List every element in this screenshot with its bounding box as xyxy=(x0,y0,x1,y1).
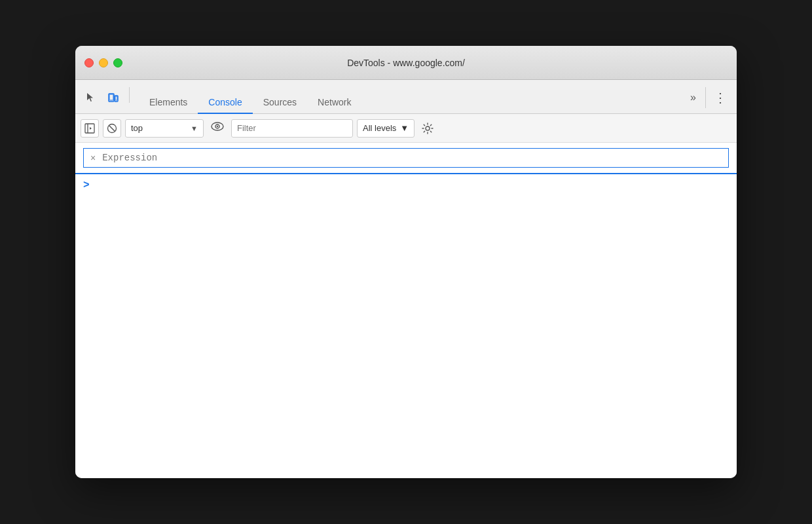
console-toolbar: top ▼ All levels ▼ xyxy=(75,114,737,143)
tab-bar-right: » ⋮ xyxy=(686,87,730,108)
more-tabs-button[interactable]: » xyxy=(686,89,700,106)
context-dropdown-arrow: ▼ xyxy=(191,124,198,132)
console-prompt-line[interactable]: > xyxy=(83,179,729,191)
tab-bar-tools xyxy=(82,87,132,108)
show-console-sidebar-button[interactable] xyxy=(81,119,99,138)
levels-label: All levels xyxy=(363,123,396,133)
right-separator xyxy=(705,87,706,108)
expression-box: × xyxy=(83,148,729,168)
live-expressions-button[interactable] xyxy=(208,121,227,135)
clear-console-button[interactable] xyxy=(103,119,121,138)
filter-input[interactable] xyxy=(237,123,347,133)
svg-rect-1 xyxy=(109,94,113,100)
expression-input[interactable] xyxy=(102,153,722,163)
svg-marker-6 xyxy=(90,127,92,130)
tab-elements[interactable]: Elements xyxy=(139,92,198,114)
console-output[interactable]: > xyxy=(75,174,737,478)
tab-network[interactable]: Network xyxy=(307,92,361,114)
tabs: Elements Console Sources Network xyxy=(139,92,361,113)
filter-wrapper[interactable] xyxy=(231,119,353,138)
devtools-window: DevTools - www.google.com/ E xyxy=(75,46,737,478)
devtools-menu-button[interactable]: ⋮ xyxy=(711,91,730,104)
svg-point-12 xyxy=(426,126,430,130)
svg-rect-3 xyxy=(115,96,117,100)
prompt-symbol: > xyxy=(83,179,90,191)
close-button[interactable] xyxy=(84,58,94,67)
device-mode-button[interactable] xyxy=(104,88,122,107)
settings-button[interactable] xyxy=(418,119,437,138)
levels-arrow: ▼ xyxy=(400,123,409,133)
log-levels-button[interactable]: All levels ▼ xyxy=(357,119,415,138)
svg-point-11 xyxy=(217,126,218,127)
expression-close-button[interactable]: × xyxy=(90,153,96,163)
tab-console[interactable]: Console xyxy=(198,92,252,114)
context-value: top xyxy=(131,123,185,133)
expression-row: × xyxy=(75,143,737,174)
inspect-element-button[interactable] xyxy=(82,88,100,107)
window-title: DevTools - www.google.com/ xyxy=(347,58,465,68)
tab-sources[interactable]: Sources xyxy=(253,92,307,114)
minimize-button[interactable] xyxy=(99,58,108,67)
tab-bar: Elements Console Sources Network » ⋮ xyxy=(75,80,737,114)
maximize-button[interactable] xyxy=(113,58,122,67)
title-bar: DevTools - www.google.com/ xyxy=(75,46,737,80)
svg-line-8 xyxy=(109,125,115,131)
toolbar-separator xyxy=(129,87,130,103)
context-selector[interactable]: top ▼ xyxy=(125,119,204,138)
traffic-lights xyxy=(84,58,122,67)
